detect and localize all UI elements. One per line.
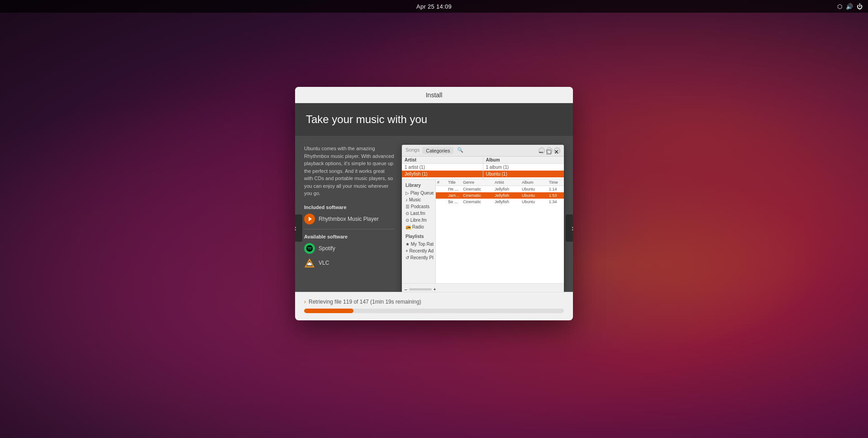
rb-titlebar: Songs Categories 🔍 – □ × bbox=[402, 145, 564, 157]
software-item-spotify: Spotify bbox=[304, 243, 395, 254]
rb-artist-item: Jellyfish (1) bbox=[402, 171, 483, 177]
rb-track1-title: I'm not Jammy bbox=[447, 186, 462, 192]
progress-bar-fill bbox=[304, 309, 353, 313]
rb-tracklist-area: # Title Genre Artist Album Time I'm not … bbox=[436, 179, 564, 283]
rb-track2-genre: Cinematic bbox=[462, 192, 493, 199]
rb-radio[interactable]: 📻 Radio bbox=[404, 224, 434, 230]
top-bar: Apr 25 14:09 ⬡ 🔊 ⏻ bbox=[0, 0, 868, 13]
rb-track2-artist: Jellyfish bbox=[493, 192, 520, 199]
rb-sidebar: Library ▷ Play Queue ♪ Music ☰ Podcasts … bbox=[402, 179, 436, 283]
rb-playlists-label: Playlists bbox=[404, 233, 434, 240]
rb-album-count: 1 album (1) bbox=[483, 164, 564, 171]
rb-browser: Artist 1 artist (1) Jellyfish (1) Album … bbox=[402, 157, 564, 179]
software-item-rhythmbox: Rhythmbox Music Player bbox=[304, 214, 395, 224]
rb-track1-time: 1:14 bbox=[548, 186, 564, 192]
slide-wrapper: Ubuntu comes with the amazing Rhythmbox … bbox=[295, 136, 573, 320]
rb-album-header: Album bbox=[483, 157, 564, 164]
window-title: Install bbox=[426, 91, 443, 99]
power-icon[interactable]: ⏻ bbox=[857, 3, 863, 10]
rb-volume-slider[interactable] bbox=[409, 288, 432, 290]
rb-col-headers: # Title Genre Artist Album Time bbox=[436, 179, 564, 186]
rb-track1-artist: Jellyfish bbox=[493, 186, 520, 192]
rb-close-btn[interactable]: × bbox=[554, 148, 560, 154]
rb-artist-col: Artist 1 artist (1) Jellyfish (1) bbox=[402, 157, 483, 179]
rb-track3-time: 1:34 bbox=[548, 199, 564, 205]
rb-artist-header: Artist bbox=[402, 157, 483, 164]
rb-podcasts[interactable]: ☰ Podcasts bbox=[404, 203, 434, 210]
svg-rect-2 bbox=[309, 262, 310, 265]
svg-rect-3 bbox=[308, 263, 309, 265]
rb-artist-count: 1 artist (1) bbox=[402, 164, 483, 171]
rb-play-queue[interactable]: ▷ Play Queue bbox=[404, 190, 434, 196]
software-item-vlc: VLC bbox=[304, 257, 395, 268]
spotify-icon bbox=[304, 243, 315, 254]
rb-vol-plus: + bbox=[434, 287, 436, 292]
rb-recently-played[interactable]: ↺ Recently Played bbox=[404, 254, 434, 261]
vlc-name: VLC bbox=[319, 260, 329, 266]
rb-col-title: Title bbox=[447, 179, 462, 186]
rb-songs-tab: Songs bbox=[405, 147, 420, 154]
rhythmbox-window: Songs Categories 🔍 – □ × Artist 1 artist… bbox=[402, 145, 564, 311]
progress-arrow-icon: › bbox=[304, 299, 306, 305]
top-bar-right-icons: ⬡ 🔊 ⏻ bbox=[837, 3, 863, 10]
installer-window: Install Take your music with you Ubuntu … bbox=[295, 87, 573, 320]
rb-track3-album: Ubuntu bbox=[520, 199, 548, 205]
progress-status-text: Retrieving file 119 of 147 (1min 19s rem… bbox=[309, 299, 421, 305]
rb-search-icon: 🔍 bbox=[457, 147, 463, 154]
rb-track-3: So cute! Cinematic Jellyfish Ubuntu 1:34 bbox=[436, 199, 564, 205]
rb-track-1: I'm not Jammy Cinematic Jellyfish Ubuntu… bbox=[436, 186, 564, 192]
rb-track2-num bbox=[436, 195, 447, 196]
rhythmbox-name: Rhythmbox Music Player bbox=[319, 216, 379, 222]
rb-col-album: Album bbox=[520, 179, 548, 186]
nav-next-button[interactable]: › bbox=[566, 214, 573, 242]
rb-album-item: Ubuntu (1) bbox=[483, 171, 564, 177]
rb-music[interactable]: ♪ Music bbox=[404, 196, 434, 203]
rb-track1-album: Ubuntu bbox=[520, 186, 548, 192]
rb-minimize-btn[interactable]: – bbox=[539, 148, 545, 154]
rb-recently-added[interactable]: + Recently Added bbox=[404, 248, 434, 254]
clock-display: Apr 25 14:09 bbox=[416, 3, 452, 10]
left-panel: Ubuntu comes with the amazing Rhythmbox … bbox=[304, 145, 395, 311]
spotify-name: Spotify bbox=[319, 245, 335, 252]
rb-lastfm[interactable]: ⊙ Last.fm bbox=[404, 210, 434, 217]
rb-col-genre: Genre bbox=[462, 179, 493, 186]
available-label: Available software bbox=[304, 234, 395, 239]
slide-title: Take your music with you bbox=[306, 113, 562, 126]
rb-body: Library ▷ Play Queue ♪ Music ☰ Podcasts … bbox=[402, 179, 564, 283]
included-label: Included software bbox=[304, 205, 395, 210]
nav-prev-button[interactable]: ‹ bbox=[295, 214, 302, 242]
rb-track2-title: Jammy Jellyfish - Cinematic bbox=[447, 192, 462, 199]
rb-vol-minus: – bbox=[405, 287, 407, 292]
rb-track-2: Jammy Jellyfish - Cinematic Cinematic Je… bbox=[436, 192, 564, 199]
rb-top-rated[interactable]: ★ My Top Rated bbox=[404, 241, 434, 248]
rb-track2-time: 1:53 bbox=[548, 192, 564, 199]
svg-rect-4 bbox=[310, 263, 312, 265]
rb-categories-tab: Categories bbox=[422, 147, 453, 154]
progress-bar-container bbox=[304, 309, 564, 313]
rb-track3-title: So cute! bbox=[447, 199, 462, 205]
vlc-icon bbox=[304, 257, 315, 268]
rb-maximize-btn[interactable]: □ bbox=[546, 148, 553, 154]
description-text: Ubuntu comes with the amazing Rhythmbox … bbox=[304, 145, 395, 197]
rb-track1-num bbox=[436, 188, 447, 190]
rb-track2-album: Ubuntu bbox=[520, 192, 548, 199]
rb-librefm[interactable]: ⊙ Libre.fm bbox=[404, 217, 434, 224]
rb-window-controls: – □ × bbox=[539, 148, 560, 154]
volume-icon[interactable]: 🔊 bbox=[846, 3, 853, 10]
rb-track3-num bbox=[436, 201, 447, 203]
rb-library-label: Library bbox=[404, 182, 434, 189]
rb-track3-artist: Jellyfish bbox=[493, 199, 520, 205]
rb-col-time: Time bbox=[548, 179, 564, 186]
rb-track1-genre: Cinematic bbox=[462, 186, 493, 192]
rb-track3-genre: Cinematic bbox=[462, 199, 493, 205]
rb-col-num: # bbox=[436, 179, 447, 186]
rhythmbox-icon bbox=[304, 214, 315, 224]
rb-col-artist: Artist bbox=[493, 179, 520, 186]
window-titlebar: Install bbox=[295, 87, 573, 103]
rb-album-col: Album 1 album (1) Ubuntu (1) bbox=[483, 157, 564, 179]
rb-toolbar-icons: Songs Categories 🔍 bbox=[405, 147, 463, 154]
progress-status: › Retrieving file 119 of 147 (1min 19s r… bbox=[304, 299, 564, 305]
network-icon[interactable]: ⬡ bbox=[837, 3, 842, 10]
slide-header: Take your music with you bbox=[295, 103, 573, 136]
progress-section: › Retrieving file 119 of 147 (1min 19s r… bbox=[295, 292, 573, 320]
